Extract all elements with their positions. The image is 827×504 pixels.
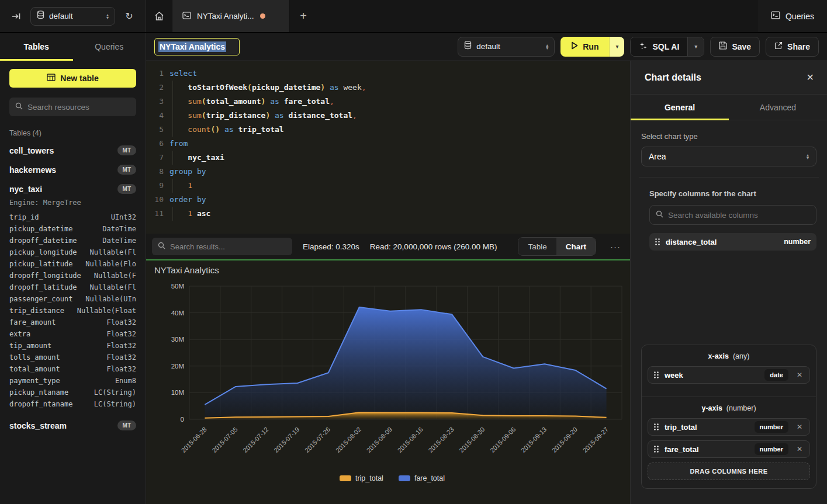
sql-editor[interactable]: 1234567891011 select toStartOfWeek(picku…	[146, 61, 630, 234]
sql-ai-button[interactable]: SQL AI	[631, 37, 687, 56]
code-line: 1 asc	[169, 207, 630, 221]
new-table-button[interactable]: New table	[9, 69, 136, 88]
column-type: Float32	[106, 317, 136, 328]
tab-title: NYTaxi Analyti...	[197, 12, 254, 20]
table-row[interactable]: cell_towersMT	[9, 141, 136, 160]
column-type: UInt32	[111, 211, 136, 223]
available-column-chip[interactable]: distance_totalnumber	[649, 233, 816, 251]
chart-type-label: Select chart type	[641, 132, 816, 141]
svg-text:2015-09-27: 2015-09-27	[582, 426, 610, 454]
collapse-sidebar-icon[interactable]	[8, 8, 25, 25]
column-type: Float32	[106, 340, 136, 352]
sidebar-tab-queries[interactable]: Queries	[73, 33, 146, 61]
refresh-icon[interactable]: ↻	[121, 8, 137, 25]
drag-columns-dropzone[interactable]: DRAG COLUMNS HERE	[648, 463, 810, 480]
topbar: default ▴▾ ↻ NYTaxi Analyti... + Queries	[0, 0, 827, 33]
search-icon	[158, 241, 165, 252]
chip-name: fare_total	[665, 445, 749, 454]
code-line: nyc_taxi	[169, 151, 630, 165]
column-name: trip_id	[9, 211, 39, 223]
close-icon[interactable]: ✕	[807, 72, 814, 83]
run-button-label: Run	[583, 42, 598, 51]
engine-badge: MT	[117, 420, 136, 430]
sidebar-search-input[interactable]	[27, 103, 130, 112]
column-type: LC(String)	[94, 398, 136, 410]
run-button-group: Run ▾	[560, 37, 624, 57]
sql-ai-label: SQL AI	[652, 42, 679, 51]
database-selector[interactable]: default ▴▾	[30, 7, 115, 26]
save-icon	[719, 41, 727, 51]
remove-icon[interactable]: ✕	[794, 445, 805, 453]
columns-search[interactable]	[649, 205, 816, 225]
area-chart[interactable]: 010M20M30M40M50M2015-06-282015-07-052015…	[154, 278, 630, 477]
remove-icon[interactable]: ✕	[794, 371, 805, 379]
column-row: total_amountFloat32	[9, 363, 136, 375]
column-row: trip_distanceNullable(Float	[9, 305, 136, 317]
column-type: Float32	[106, 352, 136, 363]
tab-general[interactable]: General	[631, 95, 729, 120]
line-number: 11	[146, 207, 164, 221]
engine-badge: MT	[117, 145, 136, 155]
code-line: order by	[169, 193, 630, 207]
sql-code[interactable]: select toStartOfWeek(pickup_datetime) as…	[169, 67, 630, 234]
run-options-chevron[interactable]: ▾	[609, 37, 624, 57]
new-tab-button[interactable]: +	[290, 0, 317, 32]
legend-item[interactable]: fare_total	[399, 474, 445, 482]
remove-icon[interactable]: ✕	[794, 423, 805, 431]
terminal-icon	[182, 11, 191, 22]
search-icon	[15, 102, 23, 112]
search-icon	[656, 210, 663, 220]
share-button[interactable]: Share	[766, 37, 819, 57]
column-type: DateTime	[102, 235, 136, 246]
svg-text:2015-08-09: 2015-08-09	[365, 426, 393, 454]
line-number: 6	[146, 137, 164, 151]
play-icon	[571, 41, 578, 51]
sql-ai-chevron[interactable]: ▾	[687, 37, 704, 56]
column-row: passenger_countNullable(UIn	[9, 293, 136, 305]
line-number: 10	[146, 193, 164, 207]
queries-button[interactable]: Queries	[771, 11, 814, 21]
table-row[interactable]: nyc_taxiMT	[9, 179, 136, 199]
tab-advanced[interactable]: Advanced	[729, 95, 827, 120]
column-row: tolls_amountFloat32	[9, 352, 136, 363]
code-line: sum(total_amount) as fare_total,	[169, 95, 630, 109]
sparkles-icon	[639, 41, 648, 52]
toolbar-database-selector[interactable]: default ▴▾	[458, 37, 555, 57]
line-number: 9	[146, 179, 164, 193]
sidebar-search[interactable]	[9, 98, 136, 116]
sidebar-tab-tables[interactable]: Tables	[0, 33, 73, 61]
chart-legend: trip_totalfare_total	[154, 474, 630, 482]
code-line: count() as trip_total	[169, 123, 630, 137]
svg-text:2015-08-02: 2015-08-02	[334, 426, 362, 454]
svg-text:2015-08-16: 2015-08-16	[396, 426, 424, 454]
view-chart-button[interactable]: Chart	[556, 238, 596, 255]
indent-guide	[172, 151, 173, 165]
column-row: dropoff_datetimeDateTime	[9, 235, 136, 246]
column-list: trip_idUInt32pickup_datetimeDateTimedrop…	[9, 211, 136, 410]
chart-type-select[interactable]: Area ▴▾	[641, 147, 816, 166]
query-title-input[interactable]: NYTaxi Analytics	[154, 38, 240, 55]
column-name: dropoff_ntaname	[9, 398, 72, 410]
results-search-input[interactable]	[170, 242, 286, 251]
column-name: pickup_longitude	[9, 246, 77, 258]
column-name: payment_type	[9, 375, 60, 387]
save-button[interactable]: Save	[710, 37, 760, 57]
table-row[interactable]: hackernewsMT	[9, 160, 136, 179]
tab-nytaxi-analytics[interactable]: NYTaxi Analyti...	[173, 0, 290, 32]
code-line: from	[169, 137, 630, 151]
columns-search-input[interactable]	[668, 211, 810, 220]
run-button[interactable]: Run	[560, 37, 609, 57]
column-name: extra	[9, 328, 30, 340]
results-search[interactable]	[152, 238, 292, 255]
axis-column-chip[interactable]: trip_totalnumber✕	[648, 418, 810, 436]
axis-column-chip[interactable]: weekdate✕	[648, 366, 810, 384]
more-options-icon[interactable]: ···	[607, 242, 624, 252]
home-icon[interactable]	[146, 0, 173, 32]
console-icon	[771, 11, 780, 21]
svg-text:2015-06-28: 2015-06-28	[180, 426, 208, 454]
svg-text:40M: 40M	[171, 310, 184, 317]
view-table-button[interactable]: Table	[518, 238, 556, 255]
legend-item[interactable]: trip_total	[340, 474, 383, 482]
table-row[interactable]: stocks_streamMT	[9, 416, 136, 435]
axis-column-chip[interactable]: fare_totalnumber✕	[648, 440, 810, 458]
